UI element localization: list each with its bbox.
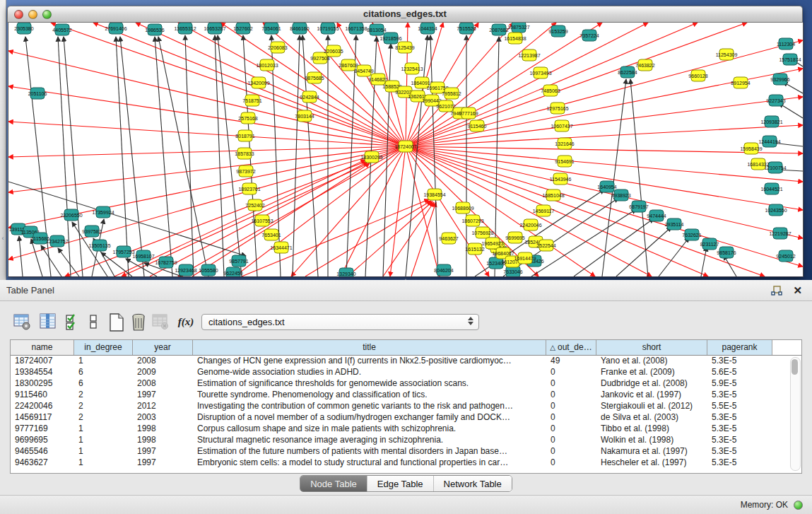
column-header-title[interactable]: title: [193, 340, 546, 355]
graph-node[interactable]: 10607437: [551, 120, 572, 132]
graph-node[interactable]: 7463822: [635, 59, 654, 71]
panel-collapse-handle[interactable]: ‹: [0, 233, 6, 243]
graph-node[interactable]: 1321646: [555, 138, 574, 149]
graph-node[interactable]: 19384554: [423, 189, 445, 200]
tab-edge-table[interactable]: Edge Table: [367, 476, 434, 491]
graph-node[interactable]: 9699695: [505, 232, 524, 243]
graph-node[interactable]: 8018791: [235, 130, 254, 141]
graph-node[interactable]: 2575168: [238, 112, 257, 124]
graph-node[interactable]: 12325413: [401, 63, 423, 74]
graph-node[interactable]: 1615132: [465, 243, 484, 255]
graph-node[interactable]: 9245012: [776, 250, 795, 262]
column-header-name[interactable]: name: [11, 340, 74, 355]
graph-node[interactable]: 8912954: [731, 77, 750, 88]
tab-node-table[interactable]: Node Table: [300, 476, 367, 491]
network-window-titlebar[interactable]: citations_edges.txt: [7, 6, 803, 23]
graph-node[interactable]: 7515526: [457, 23, 476, 34]
graph-node[interactable]: 13655312: [174, 23, 196, 34]
graph-node[interactable]: 9777169: [459, 107, 478, 119]
table-settings-icon[interactable]: [11, 311, 33, 332]
table-row[interactable]: 1872400712008Changes of HCN gene express…: [11, 355, 791, 366]
table-row[interactable]: 969969511998Structural magnetic resonanc…: [11, 434, 791, 445]
graph-node[interactable]: 2522544: [536, 240, 555, 251]
graph-node[interactable]: 2206083: [268, 42, 287, 53]
graph-node[interactable]: 2087682: [489, 24, 508, 35]
graph-node[interactable]: 8125439: [395, 42, 414, 53]
table-row[interactable]: 2242004622012Investigating the contribut…: [11, 400, 791, 411]
column-header-year[interactable]: year: [133, 340, 193, 355]
graph-node[interactable]: 2305380: [14, 23, 33, 34]
graph-node[interactable]: 8938923: [611, 189, 630, 201]
graph-node[interactable]: 7354061: [261, 23, 281, 34]
graph-node[interactable]: 16851048: [542, 189, 564, 201]
graph-node[interactable]: 8622584: [618, 66, 637, 78]
delete-table-icon[interactable]: [150, 311, 171, 332]
graph-node[interactable]: 1986536: [145, 24, 164, 35]
unselect-all-icon[interactable]: [86, 311, 107, 332]
close-window-button[interactable]: [14, 10, 23, 19]
graph-node[interactable]: 16671358: [345, 23, 367, 34]
delete-entries-icon[interactable]: [128, 311, 149, 332]
column-header-in_degree[interactable]: in_degree: [74, 340, 133, 355]
graph-node[interactable]: 2206035: [324, 45, 343, 57]
graph-node[interactable]: 9242844: [300, 91, 319, 103]
graph-node[interactable]: 8454749: [354, 65, 373, 76]
graph-node[interactable]: 16958107: [132, 250, 154, 262]
network-window[interactable]: citations_edges.txt 23053804405572276914…: [7, 6, 803, 277]
column-header-pagerank[interactable]: pagerank: [707, 340, 772, 355]
graph-node[interactable]: 12342757: [46, 235, 68, 247]
zoom-window-button[interactable]: [42, 10, 52, 19]
graph-node[interactable]: 9873972: [236, 165, 255, 177]
network-canvas[interactable]: 2305380440557227691406198653613655312106…: [8, 23, 804, 277]
graph-node[interactable]: 9858176: [717, 247, 736, 258]
graph-node[interactable]: 9857791: [229, 255, 248, 267]
graph-node[interactable]: 10756928: [471, 227, 493, 238]
graph-node[interactable]: 9474444: [647, 210, 666, 221]
select-all-icon[interactable]: [63, 311, 84, 332]
graph-node[interactable]: 7803144: [295, 110, 314, 122]
scrollbar-thumb[interactable]: [792, 359, 798, 375]
graph-node[interactable]: 1527602: [233, 23, 252, 34]
graph-node[interactable]: 9329966: [770, 74, 789, 85]
graph-node[interactable]: 22420046: [519, 219, 541, 230]
show-columns-icon[interactable]: [37, 311, 59, 332]
graph-node[interactable]: 9622450: [223, 267, 242, 276]
graph-node[interactable]: 12975165: [546, 103, 568, 114]
graph-node[interactable]: 1055580: [199, 264, 218, 276]
graph-node[interactable]: 18607293: [461, 215, 483, 226]
graph-node[interactable]: 18012033: [256, 59, 278, 71]
table-row[interactable]: 911546021997Tourette syndrome. Phenomeno…: [11, 389, 791, 400]
graph-node[interactable]: 8813054: [367, 24, 386, 35]
graph-node[interactable]: 10875327: [507, 23, 529, 33]
graph-node[interactable]: 2935114: [665, 218, 684, 230]
graph-node[interactable]: 16344471: [270, 242, 292, 253]
graph-node[interactable]: 9154691: [555, 156, 574, 167]
graph-node[interactable]: 7357224: [579, 30, 599, 41]
new-table-icon[interactable]: [106, 311, 127, 332]
graph-node[interactable]: 9463627: [439, 233, 458, 244]
graph-node[interactable]: 9227343: [766, 95, 785, 106]
graph-node[interactable]: 16782759: [155, 257, 177, 268]
graph-node[interactable]: 8231127: [700, 238, 719, 250]
graph-node[interactable]: 9397587: [82, 226, 101, 237]
graph-node[interactable]: 10973493: [529, 67, 551, 78]
node-table[interactable]: namein_degreeyeartitle△out_de…shortpager…: [10, 339, 802, 474]
table-row[interactable]: 1830029562008Estimation of significance …: [11, 378, 791, 389]
graph-node[interactable]: 4405572: [52, 24, 71, 35]
graph-node[interactable]: 11543946: [550, 173, 572, 185]
graph-node[interactable]: 9875685: [305, 72, 324, 83]
tab-network-table[interactable]: Network Table: [434, 476, 512, 491]
graph-node[interactable]: 9153259: [548, 25, 567, 37]
graph-node[interactable]: 17359924: [92, 206, 114, 218]
graph-node[interactable]: 27691406: [105, 23, 126, 34]
graph-node[interactable]: 7518751: [242, 95, 261, 106]
table-row[interactable]: 1938455462009Genome-wide association stu…: [11, 366, 791, 378]
float-window-icon[interactable]: [771, 285, 782, 296]
graph-node[interactable]: 16044521: [760, 183, 782, 194]
table-selector[interactable]: citations_edges.txt: [201, 314, 479, 330]
graph-node[interactable]: 16154838: [504, 33, 526, 44]
table-row[interactable]: 977716911998Corpus callosum shape and si…: [11, 423, 791, 434]
graph-node[interactable]: 1112304: [777, 38, 795, 49]
graph-node[interactable]: 8046204: [434, 264, 453, 276]
graph-node[interactable]: 17957253: [112, 246, 134, 257]
